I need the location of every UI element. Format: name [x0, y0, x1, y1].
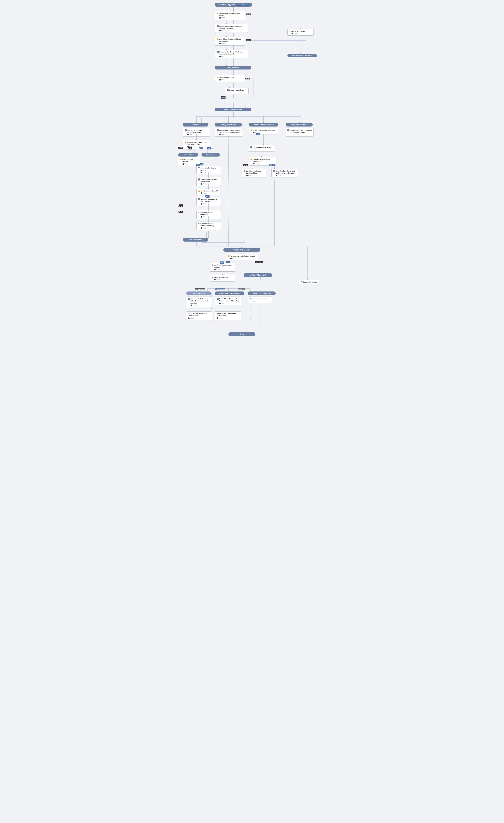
arrow-icon-proceed [301, 281, 303, 283]
detonate-else-label: ELSE [179, 205, 183, 207]
stop-icon: ■ [250, 274, 251, 276]
task-icon-hash [185, 129, 187, 131]
automatic-containment-header: Automatic Containment [215, 292, 244, 295]
command-line-analysis-header: Command Line Analysis [249, 123, 278, 127]
diamond-icon-6 [198, 190, 200, 192]
diamond-icon-5 [180, 159, 182, 160]
suspicious-else-label: ELSE [244, 164, 248, 166]
incidents-without-detections-header: Incidents without detections [287, 54, 317, 57]
svg-rect-97 [200, 163, 204, 165]
task-icon-tp [217, 298, 219, 300]
arrow-icon [289, 31, 291, 32]
svg-text:YES: YES [200, 164, 203, 165]
get-paths-files: Get paths for files to retrieve ⚫ FLSE [196, 166, 221, 174]
q4-else-label: ELSE [178, 147, 183, 149]
arrow-icon-confirm [212, 265, 213, 266]
arrow-icon-tag [244, 170, 245, 172]
task-icon-fp [188, 298, 190, 300]
crowdstrike-false-positive: CrowdStrike Falcon - False Positive Inci… [186, 297, 212, 307]
mitre-extract: Mitre Attack - Extract Technique Informa… [215, 49, 248, 58]
crowdstrike-endpoint-forensics: CrowdStrike Falcon - Get Endpoint Forens… [271, 169, 298, 177]
perform-incident-closure: Perform Incident Closure Steps? ⚫ FLSE [226, 254, 258, 260]
false-positive-label: FALSE POSITIVE [195, 289, 205, 290]
parse-detailed-summary: Parse results for detailed summary ⚫ FLS… [196, 221, 221, 230]
crowdstrike-search-endpoints: CrowdStrike Falcon - Search Endpoints By… [286, 128, 313, 137]
confirm-true-false: Confirm if true or false positive ⚫ FLSE [210, 263, 235, 272]
arrow-icon-parse2 [198, 223, 200, 224]
file-retrieval-yes-label: YES [196, 164, 200, 166]
task-icon-detonate [198, 198, 200, 200]
diamond-icon-3 [217, 76, 219, 78]
additional-findings-header: Additional findings [286, 123, 313, 127]
detonation-condition: Is detonation allowed? ⚫ YES [196, 189, 220, 195]
crowdstrike-true-positive: CrowdStrike Falcon - True Positive Incid… [215, 297, 241, 305]
q4-hashes-sandbox: Were all the hashes found by the sandbox… [183, 140, 210, 149]
false-true-manual: False/True Manual ⚫ FLSE [210, 275, 235, 282]
false-positive-header: False Positive [186, 292, 212, 295]
known-files-header: Known Files [201, 153, 220, 157]
else-tag-dedup: ELSE [221, 97, 226, 99]
detonate-analyze: Detonate and Analyze File - Generic ⚫ YE… [196, 197, 221, 206]
proceed-to-manual: Proceed to Manual [299, 280, 319, 284]
detonation-yes-label: YES [205, 195, 209, 197]
closure-else-label: ELSE [258, 261, 263, 263]
task-icon-search-endpoints [287, 129, 289, 131]
suspicious-components-condition: Found any suspicious components? ⚫ FLSE [249, 157, 276, 166]
arrow-icon-parse [198, 212, 200, 213]
arrow-icon-manual-task [249, 298, 251, 300]
close-xsoar-false-positive: Close XSOAR Incident as False Positive ⚫… [186, 311, 212, 320]
diamond-icon [217, 12, 219, 14]
suspicious-yes-label: YES [269, 164, 273, 166]
deduplication-done-header: Deduplication Done [215, 108, 251, 111]
q1-siem-condition: Did the alert originate from SIEM? ⚫ FLS… [215, 11, 245, 20]
done-header: Done [228, 332, 255, 336]
arrow-icon-paths [198, 167, 200, 169]
diamond-icon-2 [217, 38, 219, 40]
playbook-triggered-header: Playbook Triggered Inputs / Outputs [215, 3, 252, 7]
deduplication-header: Deduplication [215, 66, 251, 69]
task-icon-retrieve [198, 178, 200, 180]
sandbox-done-header: Sandbox Done [183, 238, 208, 241]
q3-else-label: ELSE [245, 77, 250, 79]
task-icon-dedup [227, 89, 229, 91]
q2-else-label: ELSE [246, 39, 251, 41]
task-icon-verify [217, 129, 219, 131]
manual-containment-header: Manual Containment [248, 292, 276, 295]
cmdline-analysis-task: Command-Line Analysis FLSE [249, 145, 275, 152]
q1-sub: ⚫ FLSE [219, 17, 244, 19]
crowdstrike-malware-enrich: CrowdStrike Falcon Malware - Incident En… [215, 24, 248, 33]
unknown-files-header: Unknown Files [178, 153, 198, 157]
closure-yes-label: YES [226, 261, 230, 263]
q2-incident-detections: Was this an incident without detections?… [215, 37, 245, 45]
arrow-icon-manual [212, 277, 213, 278]
verdict-closure-header: Verdict and Closure [223, 248, 260, 252]
sandbox-else-label-2: ELSE [179, 211, 183, 213]
parse-summary: Parse results for summary ⚫ YES [196, 210, 221, 219]
crowdstrike-retrieve-file: CrowdStrike Falcon - Retrieve File ⚫ FLS… [196, 177, 221, 186]
diamond-icon-suspicious [250, 158, 252, 160]
unknown-label: UNKNOWN [238, 289, 245, 290]
task-icon-forensics [273, 170, 275, 172]
q3-deduplication: Use deduplication? ⚫ NOT [215, 75, 245, 82]
stop-triage-sla-header: ■ Stop Triage SLA [244, 273, 272, 277]
get-mitre-details: Get MITRE details ⚫ FLSE [287, 29, 313, 36]
q4-yes-label: YES [199, 147, 203, 149]
task-icon [217, 25, 219, 27]
verify-host-state-header: Verify Host State [215, 123, 242, 127]
task-icon-mitre [217, 51, 219, 53]
crowdstrike-verify: CrowdStrike Falcon Malware - Verify Cont… [215, 128, 243, 137]
manual-containment-task: Manual containment FLSE [248, 297, 273, 303]
inputs-outputs-badge: Inputs / Outputs [237, 4, 249, 6]
task-icon-cmdline [250, 146, 252, 148]
true-positive-label: TRUE POSITIVE [215, 289, 225, 290]
cmd-line-param-condition: Is there a CMD line parameter? ⚫ YES [249, 128, 278, 135]
diamond-icon-4 [185, 141, 187, 143]
close-xsoar-true-positive: Close XSOAR Incident as True Positive ⚫ … [215, 311, 241, 320]
diamond-icon-closure [228, 255, 230, 257]
set-tag-suspicious: Set Tag 'Suspicious Command-line' ⚫ FLSE [242, 169, 266, 177]
q1-else-label: ELSE [246, 13, 251, 15]
search-for-hash: Search For Hash In Sandbox - Generic ⚫ Y… [183, 128, 210, 137]
diamond-icon-cmd [250, 129, 252, 131]
sandbox-header: Sandbox [183, 123, 208, 127]
dedup-generic: Dedup - Generic v4 YES [225, 88, 249, 94]
